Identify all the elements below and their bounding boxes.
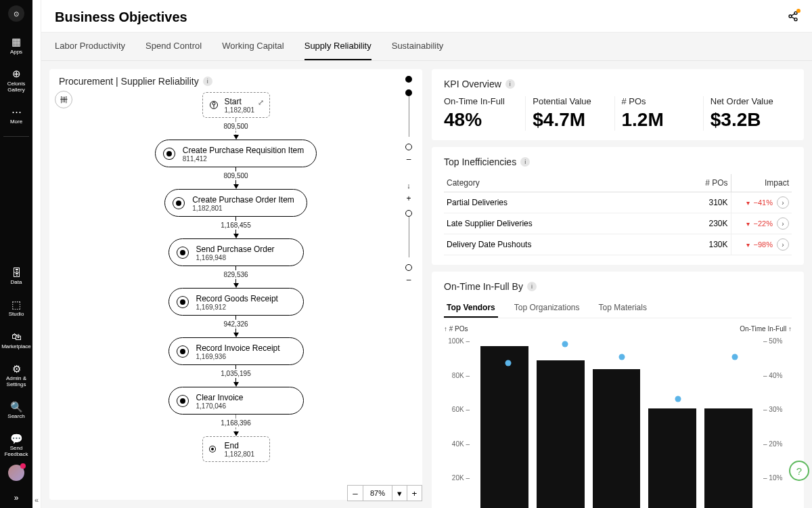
table-row[interactable]: Late Supplier Deliveries 230K ▾ −22% › (444, 213, 792, 234)
bar-eu factory[interactable] (648, 408, 696, 508)
subtab-top-organizations[interactable]: Top Organizations (512, 299, 583, 318)
collapse-panel-button[interactable]: « (32, 0, 41, 508)
process-panel-title: Procurement | Supplier Reliability (59, 76, 199, 87)
sidebar-item-label: More (10, 119, 22, 125)
bar-voidgate[interactable] (480, 346, 528, 508)
tab-labor-productivity[interactable]: Labor Productivity (55, 33, 125, 60)
sidebar-item-data[interactable]: 🗄 Data (0, 261, 32, 293)
info-icon[interactable]: i (203, 77, 212, 86)
logo-icon[interactable]: ⊙ (8, 5, 24, 22)
node-sub: 1,170,046 (196, 402, 291, 410)
avatar[interactable] (8, 465, 24, 481)
info-icon[interactable]: i (505, 79, 515, 89)
kpi-net-order-value: Net Order Value $3.2B (703, 96, 792, 131)
sidebar-item-search[interactable]: 🔍 Search (0, 395, 32, 427)
kpi-value: $4.7M (533, 109, 607, 131)
y2-tick: 20% (763, 440, 792, 448)
sidebar-item-studio[interactable]: ⬚ Studio (0, 293, 32, 324)
sidebar-item-marketplace[interactable]: 🛍 Marketplace (0, 324, 32, 356)
cell-category: Late Supplier Deliveries (444, 213, 662, 234)
kpi-label: # POs (622, 96, 696, 106)
drill-button[interactable]: › (777, 196, 789, 209)
arrow-down-icon (233, 431, 239, 436)
dot-max-stores[interactable] (618, 354, 625, 360)
bar-golbrews[interactable] (537, 360, 585, 508)
svg-point-5 (212, 102, 215, 105)
tab-supply-reliability[interactable]: Supply Reliability (304, 33, 371, 60)
bar-sara[interactable] (704, 408, 752, 508)
page-header: Business Objectives (41, 0, 812, 33)
help-button[interactable]: ? (789, 461, 809, 481)
process-node[interactable]: Create Purchase Requisition Item 811,412 (155, 140, 317, 167)
svg-point-2 (794, 18, 797, 20)
down-arrow-icon: ▾ (746, 220, 750, 228)
kpi-value: 48% (444, 109, 518, 131)
sidebar-item-label: Marketplace (1, 344, 31, 350)
otif-title: On-Time In-Full By (444, 281, 523, 292)
zoom-in-button[interactable]: + (407, 486, 422, 501)
y2-tick: 50% (763, 337, 792, 345)
col-impact: Impact (731, 174, 792, 192)
cell-pos: 130K (662, 234, 731, 255)
info-icon[interactable]: i (520, 157, 530, 167)
y2-tick: 40% (763, 372, 792, 379)
tab-working-capital[interactable]: Working Capital (222, 33, 284, 60)
dot-voidgate[interactable] (505, 360, 512, 366)
node-title: Create Purchase Requisition Item (183, 146, 304, 155)
info-icon[interactable]: i (527, 282, 537, 291)
expand-sidebar-icon[interactable]: » (9, 488, 24, 508)
expand-icon[interactable]: ⤢ (258, 98, 264, 107)
y1-axis-label: ↑ # POs (444, 325, 468, 333)
arrow-down-icon (233, 234, 239, 238)
tab-sustainability[interactable]: Sustainability (392, 33, 444, 60)
dot-golbrews[interactable] (562, 341, 568, 347)
process-node[interactable]: Clear Invoice 1,170,046 (168, 387, 304, 415)
sidebar-item-label: Data (11, 280, 22, 286)
y2-axis-label: On-Time In-Full ↑ (740, 325, 792, 333)
dot-sara[interactable] (731, 354, 738, 360)
cell-impact: −22% (754, 219, 773, 228)
sidebar-item-label: Admin & Settings (1, 376, 31, 388)
edge-label: 809,500 (221, 122, 250, 131)
process-node[interactable]: Create Purchase Order Item 1,182,801 (164, 189, 307, 217)
node-title: Record Goods Receipt (196, 294, 291, 303)
share-icon[interactable] (788, 11, 798, 24)
process-node[interactable]: Record Goods Receipt 1,169,912 (168, 288, 304, 316)
arrow-down-icon (233, 283, 239, 288)
objective-tabs: Labor ProductivitySpend ControlWorking C… (41, 33, 812, 61)
drill-button[interactable]: › (777, 238, 789, 251)
ineff-title: Top Inefficiencies (444, 156, 516, 167)
process-graph[interactable]: Start 1,182,801 ⤢809,500 Create Purchase… (59, 92, 413, 493)
process-node[interactable]: Record Invoice Receipt 1,169,936 (168, 337, 304, 365)
sidebar-item-send-feedback[interactable]: 💬 Send Feedback (0, 427, 32, 465)
sidebar-item-admin-settings[interactable]: ⚙ Admin & Settings (0, 357, 32, 395)
dot-eu-factory[interactable] (675, 396, 681, 402)
subtab-top-vendors[interactable]: Top Vendors (444, 299, 498, 318)
process-node[interactable]: Send Purchase Order 1,169,948 (168, 238, 304, 266)
subtab-top-materials[interactable]: Top Materials (596, 299, 650, 318)
table-row[interactable]: Partial Deliveries 310K ▾ −41% › (444, 192, 792, 213)
cell-category: Delivery Date Pushouts (444, 234, 662, 255)
sidebar-item-apps[interactable]: ▦ Apps (0, 30, 32, 62)
process-node-end[interactable]: End 1,182,801 (202, 436, 270, 462)
bar-max stores[interactable] (593, 369, 641, 508)
arrow-down-icon (233, 382, 239, 387)
drill-button[interactable]: › (777, 217, 789, 230)
node-sub: 811,412 (183, 155, 304, 163)
zoom-dropdown-button[interactable]: ▾ (392, 486, 407, 501)
content-area: Procurement | Supplier Reliability i 卌 –… (41, 61, 812, 508)
y2-tick: 10% (763, 474, 792, 482)
process-node-start[interactable]: Start 1,182,801 ⤢ (202, 92, 270, 118)
table-row[interactable]: Delivery Date Pushouts 130K ▾ −98% › (444, 234, 792, 255)
sidebar-item-more[interactable]: ⋯ More (0, 100, 32, 131)
sidebar-item-celonis-gallery[interactable]: ⊕ Celonis Gallery (0, 62, 32, 100)
slider-end-filled-icon (405, 76, 412, 83)
zoom-out-button[interactable]: – (348, 486, 363, 501)
tab-spend-control[interactable]: Spend Control (145, 33, 202, 60)
kpi-title: KPI Overview (444, 79, 501, 89)
top-inefficiencies-card: Top Inefficiencies i Category # POs Impa… (432, 147, 804, 265)
main-area: Business Objectives Labor ProductivitySp… (41, 0, 812, 508)
node-sub: 1,182,801 (225, 450, 260, 458)
kpi-potential-value: Potential Value $4.7M (525, 96, 614, 131)
arrow-down-icon (233, 184, 239, 189)
